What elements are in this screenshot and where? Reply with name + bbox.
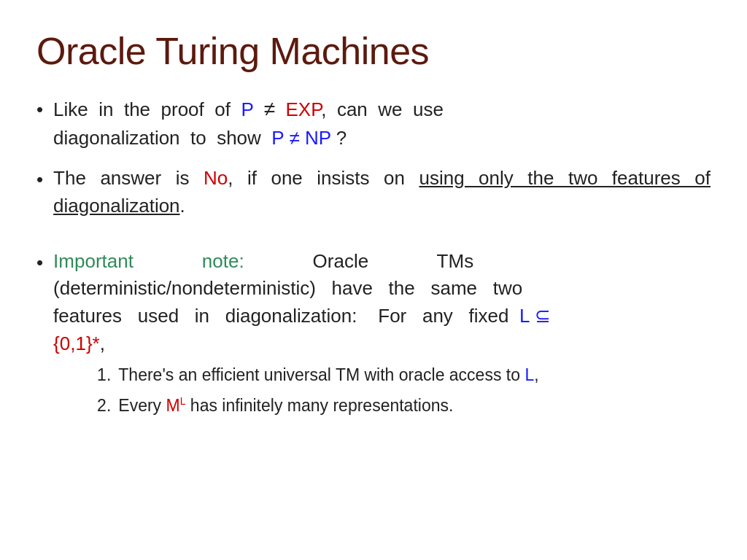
bullet-item-1: • Like in the proof of P ≠ EXP, can we u… bbox=[36, 95, 711, 152]
bullet-list: • Like in the proof of P ≠ EXP, can we u… bbox=[36, 95, 711, 424]
page-title: Oracle Turing Machines bbox=[36, 29, 711, 73]
sub-list: 1. There's an efficient universal TM wit… bbox=[53, 363, 711, 418]
sub-number-2: 2. bbox=[97, 394, 111, 418]
sub-text-2: Every ML has infinitely many representat… bbox=[118, 394, 453, 418]
spacer bbox=[36, 233, 711, 248]
sub-item-2: 2. Every ML has infinitely many represen… bbox=[97, 394, 711, 418]
l-superscript: L bbox=[180, 395, 186, 407]
exp-label: EXP bbox=[286, 98, 322, 120]
sub-text-1: There's an efficient universal TM with o… bbox=[118, 363, 538, 387]
bullet-text-1: Like in the proof of P ≠ EXP, can we use… bbox=[53, 95, 711, 152]
l-subset-label: L ⊆ bbox=[519, 305, 551, 327]
no-label: No bbox=[204, 167, 228, 189]
p-label: P bbox=[241, 98, 253, 120]
bullet-item-2: • The answer is No, if one insists on us… bbox=[36, 165, 711, 219]
bullet-dot-1: • bbox=[36, 96, 43, 124]
neq-symbol-1: ≠ bbox=[264, 98, 275, 120]
important-note-label: Important note: bbox=[53, 250, 244, 272]
bullet-item-3: • Important note: Oracle TMs (determinis… bbox=[36, 248, 711, 424]
bullet-dot-2: • bbox=[36, 166, 43, 194]
underlined-phrase: using only the two features of diagonali… bbox=[53, 167, 711, 217]
l-label-1: L bbox=[525, 365, 534, 384]
set-label: {0,1}* bbox=[53, 332, 100, 354]
sub-number-1: 1. bbox=[97, 363, 111, 387]
main-content: • Like in the proof of P ≠ EXP, can we u… bbox=[36, 95, 711, 424]
bullet-text-3: Important note: Oracle TMs (deterministi… bbox=[53, 248, 711, 424]
bullet-text-2: The answer is No, if one insists on usin… bbox=[53, 165, 711, 219]
p-neq-np: P ≠ NP bbox=[271, 127, 330, 149]
bullet-dot-3: • bbox=[36, 249, 43, 277]
sub-item-1: 1. There's an efficient universal TM wit… bbox=[97, 363, 711, 387]
ml-label: ML bbox=[166, 396, 185, 415]
